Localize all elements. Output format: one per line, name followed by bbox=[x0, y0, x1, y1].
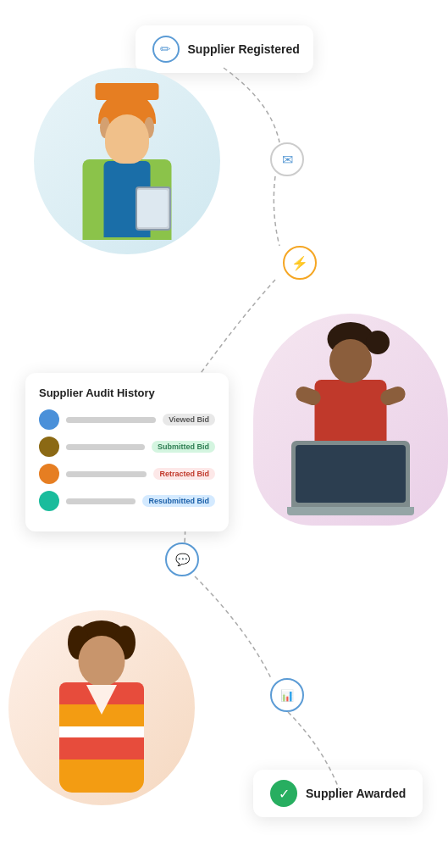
audit-badge-2: Submitted Bid bbox=[152, 441, 215, 453]
audit-history-card: Supplier Audit History Viewed Bid Submit… bbox=[25, 373, 229, 531]
page-container: ✏ Supplier Registered ✉ ⚡ Sup bbox=[0, 0, 448, 868]
registered-label: Supplier Registered bbox=[188, 42, 300, 56]
chart-icon: 📊 bbox=[280, 689, 294, 702]
email-icon-bubble: ✉ bbox=[270, 142, 304, 176]
audit-badge-1: Viewed Bid bbox=[163, 414, 215, 426]
audit-card-title: Supplier Audit History bbox=[39, 387, 215, 399]
audit-name-bar-1 bbox=[66, 417, 156, 423]
awarded-label: Supplier Awarded bbox=[306, 787, 406, 800]
worker-image bbox=[34, 68, 220, 254]
audit-row: Submitted Bid bbox=[39, 437, 215, 457]
supplier-awarded-card: ✓ Supplier Awarded bbox=[253, 770, 423, 817]
chat-icon-bubble: 💬 bbox=[165, 542, 199, 576]
supplier-registered-card: ✏ Supplier Registered bbox=[136, 25, 313, 73]
email-icon: ✉ bbox=[282, 152, 293, 168]
audit-avatar-3 bbox=[39, 464, 59, 484]
lightning-icon-bubble: ⚡ bbox=[283, 246, 317, 280]
checkmark-icon: ✓ bbox=[270, 780, 297, 807]
chat-icon: 💬 bbox=[175, 553, 190, 566]
audit-name-bar-3 bbox=[66, 471, 147, 477]
audit-avatar-1 bbox=[39, 409, 59, 430]
laptop-woman-image bbox=[253, 314, 448, 526]
edit-icon: ✏ bbox=[152, 36, 180, 63]
chart-icon-bubble: 📊 bbox=[270, 678, 304, 712]
audit-row: Viewed Bid bbox=[39, 409, 215, 430]
audit-avatar-2 bbox=[39, 437, 59, 457]
audit-badge-4: Resubmitted Bid bbox=[142, 495, 215, 507]
audit-avatar-4 bbox=[39, 491, 59, 511]
audit-row: Resubmitted Bid bbox=[39, 491, 215, 511]
lightning-icon: ⚡ bbox=[291, 255, 308, 271]
audit-name-bar-2 bbox=[66, 444, 145, 450]
bottom-woman-image bbox=[8, 610, 195, 805]
worker-illustration bbox=[34, 68, 220, 254]
audit-row: Retracted Bid bbox=[39, 464, 215, 484]
audit-badge-3: Retracted Bid bbox=[153, 468, 215, 480]
audit-name-bar-4 bbox=[66, 498, 136, 504]
